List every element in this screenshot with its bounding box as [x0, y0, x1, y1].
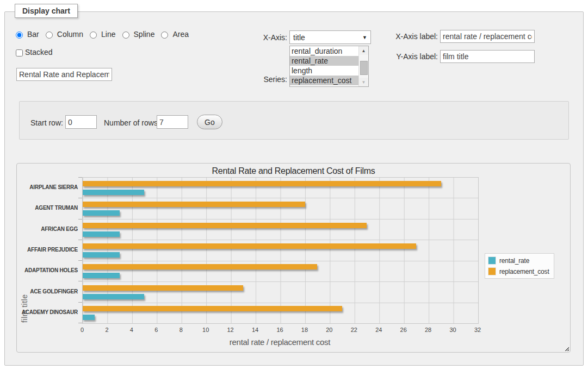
bar-replacement_cost: [83, 223, 367, 228]
series-option-replacement_cost[interactable]: replacement_cost: [290, 76, 358, 85]
x-axis-label-input[interactable]: [440, 30, 535, 43]
scrollbar-thumb[interactable]: [360, 61, 368, 75]
number-of-rows-input[interactable]: [157, 115, 188, 129]
x-axis-tick-label: 4: [124, 327, 139, 333]
chart-band: [83, 240, 478, 260]
y-category-label: AGENT TRUMAN: [17, 205, 78, 211]
y-axis-tick: [78, 219, 82, 220]
x-axis-select-value: title: [293, 33, 305, 42]
y-category-label: ACADEMY DINOSAUR: [17, 309, 78, 315]
x-axis-select-label: X-Axis:: [234, 33, 287, 42]
y-axis-label-label: Y-Axis label:: [382, 52, 438, 61]
scroll-down-icon[interactable]: ▼: [359, 78, 368, 86]
chart-band: [83, 303, 478, 323]
chart-type-radio-area[interactable]: [161, 32, 168, 39]
bar-replacement_cost: [83, 264, 317, 269]
chart-band: [83, 198, 478, 218]
bar-replacement_cost: [83, 285, 243, 291]
series-listbox-scrollbar[interactable]: ▲ ▼: [358, 46, 368, 86]
x-axis-tick-label: 14: [247, 327, 263, 333]
chart-panel: Rental Rate and Replacement Cost of Film…: [16, 163, 571, 353]
y-category-label: ADAPTATION HOLES: [17, 267, 78, 273]
y-axis-tick: [78, 281, 82, 281]
series-option-rental_duration[interactable]: rental_duration: [290, 46, 358, 56]
y-category-label: AFFAIR PREJUDICE: [17, 247, 78, 253]
bar-replacement_cost: [83, 181, 441, 186]
stacked-label: Stacked: [25, 48, 53, 57]
x-axis-tick-label: 0: [75, 327, 90, 333]
x-axis-tick-label: 32: [470, 327, 485, 333]
bar-replacement_cost: [83, 306, 342, 311]
x-axis-tick-label: 20: [321, 327, 337, 333]
y-category-label: AIRPLANE SIERRA: [17, 184, 78, 190]
x-axis-tick-label: 30: [445, 327, 461, 333]
chart-x-axis-title: rental rate / replacement cost: [82, 337, 478, 347]
y-axis-tick: [78, 323, 82, 323]
chart-title: Rental Rate and Replacement Cost of Film…: [17, 166, 570, 176]
series-listbox[interactable]: rental_durationrental_ratelengthreplacem…: [289, 46, 369, 87]
bar-rental_rate: [83, 252, 120, 258]
bar-rental_rate: [83, 210, 120, 216]
chart-type-radio-group: BarColumnLineSplineArea: [16, 30, 193, 39]
go-button[interactable]: Go: [197, 115, 222, 129]
stacked-checkbox[interactable]: [16, 49, 23, 57]
row-controls-panel: Start row: Number of rows: Go: [19, 101, 569, 140]
chart-type-label-column: Column: [57, 30, 83, 39]
x-axis-tick-label: 6: [148, 327, 164, 333]
start-row-input[interactable]: [65, 115, 97, 129]
bar-replacement_cost: [83, 243, 416, 249]
resize-handle-icon[interactable]: [564, 346, 569, 351]
y-category-label: AFRICAN EGG: [17, 226, 78, 232]
number-of-rows-label: Number of rows:: [104, 118, 160, 127]
x-axis-label-label: X-Axis label:: [382, 32, 438, 41]
series-option-rental_rate[interactable]: rental_rate: [290, 56, 358, 66]
chart-type-label-area: Area: [172, 30, 189, 39]
y-category-label: ACE GOLDFINGER: [17, 289, 78, 294]
x-axis-select[interactable]: title ▼: [289, 30, 371, 44]
legend-swatch-replacement_cost: [488, 267, 496, 275]
legend-label-rental_rate: rental_rate: [499, 257, 529, 265]
bar-rental_rate: [83, 294, 144, 299]
chart-band: [83, 219, 478, 240]
chart-title-input[interactable]: [16, 68, 112, 81]
bar-rental_rate: [83, 273, 120, 278]
bar-rental_rate: [83, 315, 95, 320]
x-axis-tick-label: 2: [99, 327, 114, 333]
y-axis-label-input[interactable]: [440, 50, 535, 63]
x-axis-tick-label: 24: [371, 327, 386, 333]
x-axis-tick-label: 26: [396, 327, 411, 333]
bar-replacement_cost: [83, 202, 305, 207]
y-axis-tick: [78, 240, 82, 240]
chart-type-radio-column[interactable]: [46, 32, 53, 39]
legend-item-rental_rate: rental_rate: [488, 256, 549, 265]
y-axis-tick: [78, 302, 82, 303]
chart-legend: rental_ratereplacement_cost: [485, 253, 554, 279]
scroll-up-icon[interactable]: ▲: [359, 46, 368, 55]
x-axis-tick-label: 10: [198, 327, 213, 333]
stacked-row: Stacked: [16, 48, 53, 57]
x-axis-tick-label: 12: [223, 327, 238, 333]
chart-type-radio-line[interactable]: [90, 32, 97, 39]
legend-swatch-rental_rate: [488, 256, 496, 265]
bar-rental_rate: [83, 190, 144, 195]
y-axis-tick: [78, 198, 82, 198]
start-row-label: Start row:: [30, 118, 63, 127]
x-axis-tick-label: 28: [420, 327, 436, 333]
legend-item-replacement_cost: replacement_cost: [488, 267, 549, 275]
chart-band: [83, 261, 478, 281]
chevron-down-icon: ▼: [362, 35, 367, 40]
fieldset-legend: Display chart: [15, 4, 78, 18]
chart-band: [83, 281, 478, 302]
x-axis-tick-label: 16: [273, 327, 288, 333]
bar-rental_rate: [83, 231, 120, 237]
series-option-length[interactable]: length: [290, 66, 358, 76]
chart-type-label-line: Line: [101, 30, 115, 39]
display-chart-app: Display chart BarColumnLineSplineArea St…: [0, 0, 588, 370]
chart-band: [83, 178, 478, 198]
series-list-label: Series:: [234, 75, 287, 84]
chart-type-label-spline: Spline: [134, 30, 155, 39]
chart-type-radio-bar[interactable]: [16, 32, 23, 39]
x-axis-tick-label: 22: [346, 327, 362, 333]
chart-type-radio-spline[interactable]: [122, 32, 129, 39]
chart-type-label-bar: Bar: [27, 30, 39, 39]
